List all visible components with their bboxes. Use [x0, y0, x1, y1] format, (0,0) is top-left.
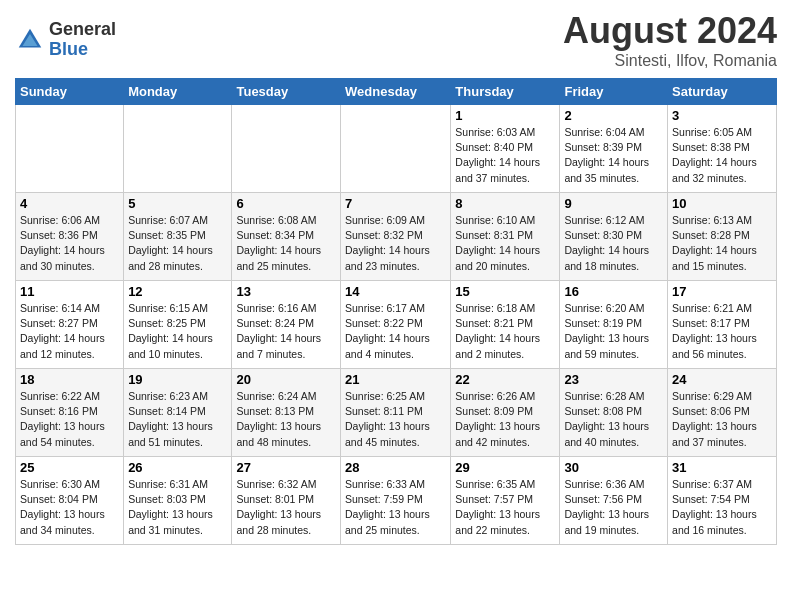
day-number: 17 — [672, 284, 772, 299]
day-info: Sunrise: 6:06 AM Sunset: 8:36 PM Dayligh… — [20, 213, 119, 274]
calendar-cell: 23Sunrise: 6:28 AM Sunset: 8:08 PM Dayli… — [560, 369, 668, 457]
day-number: 23 — [564, 372, 663, 387]
calendar-body: 1Sunrise: 6:03 AM Sunset: 8:40 PM Daylig… — [16, 105, 777, 545]
day-of-week-tuesday: Tuesday — [232, 79, 341, 105]
day-info: Sunrise: 6:10 AM Sunset: 8:31 PM Dayligh… — [455, 213, 555, 274]
calendar-cell: 8Sunrise: 6:10 AM Sunset: 8:31 PM Daylig… — [451, 193, 560, 281]
day-info: Sunrise: 6:31 AM Sunset: 8:03 PM Dayligh… — [128, 477, 227, 538]
day-info: Sunrise: 6:25 AM Sunset: 8:11 PM Dayligh… — [345, 389, 446, 450]
day-info: Sunrise: 6:28 AM Sunset: 8:08 PM Dayligh… — [564, 389, 663, 450]
day-of-week-thursday: Thursday — [451, 79, 560, 105]
calendar-cell — [341, 105, 451, 193]
calendar-cell: 21Sunrise: 6:25 AM Sunset: 8:11 PM Dayli… — [341, 369, 451, 457]
day-number: 7 — [345, 196, 446, 211]
calendar-cell: 30Sunrise: 6:36 AM Sunset: 7:56 PM Dayli… — [560, 457, 668, 545]
day-number: 15 — [455, 284, 555, 299]
day-info: Sunrise: 6:35 AM Sunset: 7:57 PM Dayligh… — [455, 477, 555, 538]
day-number: 12 — [128, 284, 227, 299]
day-info: Sunrise: 6:12 AM Sunset: 8:30 PM Dayligh… — [564, 213, 663, 274]
header: General Blue August 2024 Sintesti, Ilfov… — [15, 10, 777, 70]
day-number: 1 — [455, 108, 555, 123]
calendar-cell: 7Sunrise: 6:09 AM Sunset: 8:32 PM Daylig… — [341, 193, 451, 281]
calendar-cell: 4Sunrise: 6:06 AM Sunset: 8:36 PM Daylig… — [16, 193, 124, 281]
logo-blue: Blue — [49, 40, 116, 60]
day-number: 24 — [672, 372, 772, 387]
day-number: 10 — [672, 196, 772, 211]
day-info: Sunrise: 6:36 AM Sunset: 7:56 PM Dayligh… — [564, 477, 663, 538]
calendar-week-row: 4Sunrise: 6:06 AM Sunset: 8:36 PM Daylig… — [16, 193, 777, 281]
day-number: 2 — [564, 108, 663, 123]
calendar-week-row: 1Sunrise: 6:03 AM Sunset: 8:40 PM Daylig… — [16, 105, 777, 193]
calendar-cell: 2Sunrise: 6:04 AM Sunset: 8:39 PM Daylig… — [560, 105, 668, 193]
calendar-cell: 6Sunrise: 6:08 AM Sunset: 8:34 PM Daylig… — [232, 193, 341, 281]
day-info: Sunrise: 6:05 AM Sunset: 8:38 PM Dayligh… — [672, 125, 772, 186]
day-number: 14 — [345, 284, 446, 299]
calendar-cell: 29Sunrise: 6:35 AM Sunset: 7:57 PM Dayli… — [451, 457, 560, 545]
day-info: Sunrise: 6:23 AM Sunset: 8:14 PM Dayligh… — [128, 389, 227, 450]
day-number: 3 — [672, 108, 772, 123]
day-info: Sunrise: 6:18 AM Sunset: 8:21 PM Dayligh… — [455, 301, 555, 362]
day-number: 19 — [128, 372, 227, 387]
day-info: Sunrise: 6:09 AM Sunset: 8:32 PM Dayligh… — [345, 213, 446, 274]
day-number: 9 — [564, 196, 663, 211]
calendar-cell: 12Sunrise: 6:15 AM Sunset: 8:25 PM Dayli… — [124, 281, 232, 369]
day-info: Sunrise: 6:33 AM Sunset: 7:59 PM Dayligh… — [345, 477, 446, 538]
day-info: Sunrise: 6:07 AM Sunset: 8:35 PM Dayligh… — [128, 213, 227, 274]
day-info: Sunrise: 6:04 AM Sunset: 8:39 PM Dayligh… — [564, 125, 663, 186]
day-info: Sunrise: 6:08 AM Sunset: 8:34 PM Dayligh… — [236, 213, 336, 274]
calendar-cell: 17Sunrise: 6:21 AM Sunset: 8:17 PM Dayli… — [668, 281, 777, 369]
calendar-cell: 20Sunrise: 6:24 AM Sunset: 8:13 PM Dayli… — [232, 369, 341, 457]
day-info: Sunrise: 6:37 AM Sunset: 7:54 PM Dayligh… — [672, 477, 772, 538]
calendar-cell: 10Sunrise: 6:13 AM Sunset: 8:28 PM Dayli… — [668, 193, 777, 281]
calendar-cell: 3Sunrise: 6:05 AM Sunset: 8:38 PM Daylig… — [668, 105, 777, 193]
calendar-cell: 9Sunrise: 6:12 AM Sunset: 8:30 PM Daylig… — [560, 193, 668, 281]
calendar-cell: 24Sunrise: 6:29 AM Sunset: 8:06 PM Dayli… — [668, 369, 777, 457]
day-info: Sunrise: 6:13 AM Sunset: 8:28 PM Dayligh… — [672, 213, 772, 274]
calendar-cell: 11Sunrise: 6:14 AM Sunset: 8:27 PM Dayli… — [16, 281, 124, 369]
day-info: Sunrise: 6:30 AM Sunset: 8:04 PM Dayligh… — [20, 477, 119, 538]
day-number: 6 — [236, 196, 336, 211]
day-info: Sunrise: 6:20 AM Sunset: 8:19 PM Dayligh… — [564, 301, 663, 362]
calendar-cell: 18Sunrise: 6:22 AM Sunset: 8:16 PM Dayli… — [16, 369, 124, 457]
day-number: 28 — [345, 460, 446, 475]
calendar-cell: 31Sunrise: 6:37 AM Sunset: 7:54 PM Dayli… — [668, 457, 777, 545]
day-number: 11 — [20, 284, 119, 299]
day-number: 30 — [564, 460, 663, 475]
day-info: Sunrise: 6:24 AM Sunset: 8:13 PM Dayligh… — [236, 389, 336, 450]
calendar-cell — [124, 105, 232, 193]
day-of-week-monday: Monday — [124, 79, 232, 105]
calendar-cell: 16Sunrise: 6:20 AM Sunset: 8:19 PM Dayli… — [560, 281, 668, 369]
day-info: Sunrise: 6:32 AM Sunset: 8:01 PM Dayligh… — [236, 477, 336, 538]
calendar-cell: 19Sunrise: 6:23 AM Sunset: 8:14 PM Dayli… — [124, 369, 232, 457]
day-of-week-sunday: Sunday — [16, 79, 124, 105]
day-number: 21 — [345, 372, 446, 387]
logo-general: General — [49, 20, 116, 40]
calendar-cell: 26Sunrise: 6:31 AM Sunset: 8:03 PM Dayli… — [124, 457, 232, 545]
day-number: 22 — [455, 372, 555, 387]
calendar-cell: 22Sunrise: 6:26 AM Sunset: 8:09 PM Dayli… — [451, 369, 560, 457]
day-number: 31 — [672, 460, 772, 475]
day-info: Sunrise: 6:17 AM Sunset: 8:22 PM Dayligh… — [345, 301, 446, 362]
day-info: Sunrise: 6:26 AM Sunset: 8:09 PM Dayligh… — [455, 389, 555, 450]
calendar-week-row: 18Sunrise: 6:22 AM Sunset: 8:16 PM Dayli… — [16, 369, 777, 457]
day-number: 13 — [236, 284, 336, 299]
day-info: Sunrise: 6:15 AM Sunset: 8:25 PM Dayligh… — [128, 301, 227, 362]
logo-text: General Blue — [49, 20, 116, 60]
day-number: 8 — [455, 196, 555, 211]
day-info: Sunrise: 6:29 AM Sunset: 8:06 PM Dayligh… — [672, 389, 772, 450]
calendar-cell — [16, 105, 124, 193]
calendar-cell: 25Sunrise: 6:30 AM Sunset: 8:04 PM Dayli… — [16, 457, 124, 545]
calendar-cell: 5Sunrise: 6:07 AM Sunset: 8:35 PM Daylig… — [124, 193, 232, 281]
calendar-week-row: 11Sunrise: 6:14 AM Sunset: 8:27 PM Dayli… — [16, 281, 777, 369]
days-of-week-row: SundayMondayTuesdayWednesdayThursdayFrid… — [16, 79, 777, 105]
page-container: General Blue August 2024 Sintesti, Ilfov… — [0, 0, 792, 550]
day-number: 5 — [128, 196, 227, 211]
calendar-cell: 1Sunrise: 6:03 AM Sunset: 8:40 PM Daylig… — [451, 105, 560, 193]
calendar-cell: 15Sunrise: 6:18 AM Sunset: 8:21 PM Dayli… — [451, 281, 560, 369]
calendar-header: SundayMondayTuesdayWednesdayThursdayFrid… — [16, 79, 777, 105]
day-info: Sunrise: 6:22 AM Sunset: 8:16 PM Dayligh… — [20, 389, 119, 450]
calendar-table: SundayMondayTuesdayWednesdayThursdayFrid… — [15, 78, 777, 545]
calendar-cell: 14Sunrise: 6:17 AM Sunset: 8:22 PM Dayli… — [341, 281, 451, 369]
title-block: August 2024 Sintesti, Ilfov, Romania — [563, 10, 777, 70]
day-number: 20 — [236, 372, 336, 387]
